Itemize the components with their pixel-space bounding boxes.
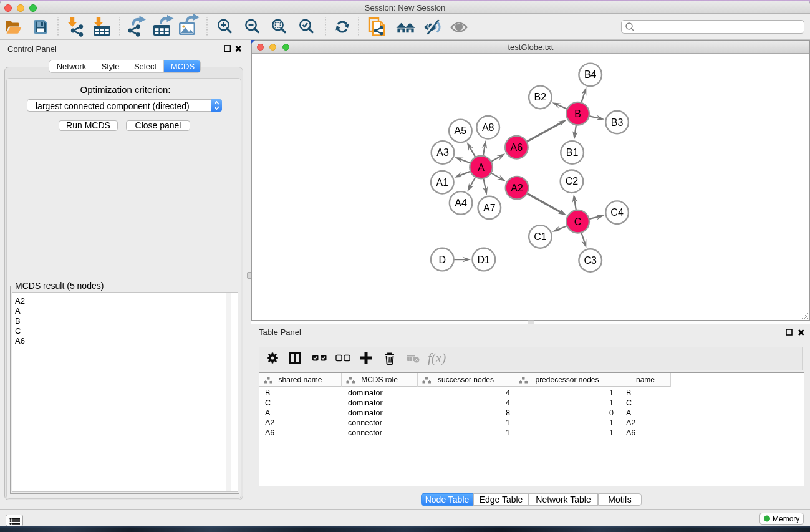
svg-text:D: D — [439, 254, 446, 265]
svg-text:A4: A4 — [455, 198, 467, 208]
svg-text:A5: A5 — [455, 125, 467, 136]
svg-text:B3: B3 — [611, 117, 624, 128]
svg-text:A6: A6 — [511, 142, 523, 153]
svg-text:Memory: Memory — [773, 515, 799, 523]
svg-text:A3: A3 — [436, 147, 449, 158]
svg-text:C4: C4 — [610, 207, 624, 218]
svg-text:A: A — [478, 162, 485, 173]
svg-text:A1: A1 — [436, 177, 449, 188]
svg-text:C3: C3 — [584, 255, 597, 266]
svg-text:A7: A7 — [483, 203, 496, 213]
svg-text:C2: C2 — [566, 176, 579, 186]
svg-text:C: C — [574, 216, 582, 227]
svg-text:B: B — [574, 109, 581, 119]
svg-text:C1: C1 — [534, 231, 547, 242]
svg-text:A8: A8 — [482, 122, 494, 133]
svg-text:B2: B2 — [534, 92, 547, 102]
svg-text:D1: D1 — [478, 254, 491, 265]
svg-text:B1: B1 — [566, 147, 579, 158]
svg-text:f(x): f(x) — [428, 351, 446, 365]
svg-text:B4: B4 — [584, 69, 597, 80]
svg-text:A2: A2 — [511, 183, 523, 193]
